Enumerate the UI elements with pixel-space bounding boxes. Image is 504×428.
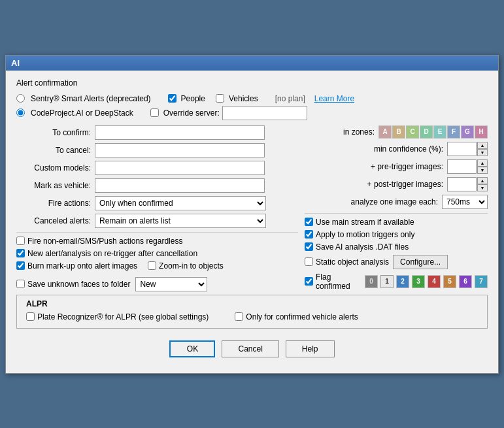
zone-g[interactable]: G (461, 125, 474, 139)
flag-6[interactable]: 6 (459, 275, 472, 288)
zoom-in-checkbox[interactable] (148, 261, 156, 270)
flag-0[interactable]: 0 (365, 275, 378, 288)
mark-as-vehicle-label: Mark as vehicle: (16, 181, 95, 190)
configure-button[interactable]: Configure... (393, 255, 448, 269)
no-plan: [no plan] (275, 94, 305, 103)
fire-actions-select[interactable]: Only when confirmed (95, 196, 266, 210)
burn-markup-row: Burn mark-up onto alert images (16, 261, 137, 271)
zone-f[interactable]: F (447, 125, 460, 139)
post-trigger-up[interactable]: ▲ (477, 177, 488, 184)
save-dat-checkbox[interactable] (305, 242, 313, 251)
flags-container: 0 1 2 3 4 5 6 7 (365, 275, 488, 288)
override-input[interactable]: 127.0.0.1:82 (222, 106, 307, 120)
post-trigger-spinner[interactable]: ▲ ▼ (477, 177, 488, 191)
custom-models-label: Custom models: (16, 163, 95, 173)
to-cancel-input[interactable] (95, 143, 265, 157)
ok-button[interactable]: OK (169, 340, 215, 357)
new-alert-label: New alert/analysis on re-trigger after c… (27, 249, 197, 258)
zone-h[interactable]: H (475, 125, 488, 139)
zone-e[interactable]: E (433, 125, 446, 139)
zone-d[interactable]: D (420, 125, 433, 139)
zones-container: A B C D E F G H (378, 125, 488, 139)
people-label: People (181, 94, 205, 103)
pre-trigger-input[interactable]: 1 (447, 159, 477, 174)
flag-5[interactable]: 5 (443, 275, 456, 288)
use-main-stream-label: Use main stream if available (316, 218, 414, 227)
to-confirm-input[interactable]: person,car,truck,bus,bicycle (95, 125, 265, 140)
min-confidence-spinner[interactable]: ▲ ▼ (477, 142, 488, 156)
save-unknown-label: Save unknown faces to folder (27, 280, 130, 289)
window-title: AI (11, 58, 20, 68)
pre-trigger-label: + pre-trigger images: (371, 162, 443, 171)
post-trigger-label: + post-trigger images: (367, 180, 443, 189)
min-confidence-down[interactable]: ▼ (477, 149, 488, 156)
zoom-in-label: Zoom-in to objects (159, 261, 224, 271)
help-button[interactable]: Help (286, 340, 335, 357)
fire-non-email-label: Fire non-email/SMS/Push actions regardle… (27, 237, 182, 246)
new-alert-row: New alert/analysis on re-trigger after c… (16, 249, 298, 258)
min-confidence-label: min confidence (%): (374, 144, 443, 154)
zoom-in-row: Zoom-in to objects (148, 261, 224, 271)
pre-trigger-spinner[interactable]: ▲ ▼ (477, 159, 488, 174)
only-confirmed-vehicle-checkbox[interactable] (235, 312, 243, 321)
to-confirm-label: To confirm: (16, 128, 95, 137)
override-label: Override server: (163, 108, 220, 118)
plate-recognizer-label: Plate Recognizer® for ALPR (see global s… (37, 312, 209, 321)
title-bar: AI (6, 56, 498, 71)
codeproject-label: CodeProject.AI or DeepStack (31, 108, 133, 118)
vehicles-label: Vehicles (229, 94, 258, 103)
save-folder-select[interactable]: New (135, 277, 207, 291)
burn-markup-label: Burn mark-up onto alert images (27, 261, 137, 271)
post-trigger-input[interactable]: 10 (447, 177, 477, 191)
flag-2[interactable]: 2 (396, 275, 409, 288)
fire-non-email-row: Fire non-email/SMS/Push actions regardle… (16, 237, 298, 246)
flag-confirmed-label: Flag confirmed (316, 272, 361, 291)
burn-markup-checkbox[interactable] (16, 261, 25, 270)
static-object-checkbox[interactable] (305, 257, 313, 266)
canceled-alerts-select[interactable]: Remain on alerts list (95, 214, 266, 228)
post-trigger-down[interactable]: ▼ (477, 184, 488, 191)
fire-actions-label: Fire actions: (16, 199, 95, 208)
canceled-alerts-label: Canceled alerts: (16, 216, 95, 225)
alpr-title: ALPR (26, 299, 478, 308)
new-alert-checkbox[interactable] (16, 249, 25, 257)
flag-7[interactable]: 7 (475, 275, 488, 288)
flag-3[interactable]: 3 (412, 275, 425, 288)
zone-c[interactable]: C (406, 125, 419, 139)
flag-1[interactable]: 1 (380, 275, 394, 288)
section-label: Alert confirmation (16, 78, 488, 88)
main-window: AI Alert confirmation Sentry® Smart Aler… (5, 55, 499, 374)
use-main-stream-checkbox[interactable] (305, 218, 313, 226)
pre-trigger-up[interactable]: ▲ (477, 159, 488, 167)
pre-trigger-down[interactable]: ▼ (477, 167, 488, 174)
apply-motion-label: Apply to motion triggers only (316, 230, 414, 239)
zone-a[interactable]: A (378, 125, 392, 139)
in-zones-label: in zones: (343, 127, 375, 137)
sentry-radio[interactable] (16, 94, 25, 103)
min-confidence-up[interactable]: ▲ (477, 142, 488, 149)
fire-non-email-checkbox[interactable] (16, 237, 25, 245)
min-confidence-input[interactable]: 50 (447, 142, 477, 156)
mark-as-vehicle-input[interactable]: car,truck,bus,vehicle (95, 178, 265, 193)
codeproject-radio[interactable] (16, 108, 25, 117)
people-checkbox[interactable] (168, 94, 176, 103)
vehicles-checkbox[interactable] (216, 94, 224, 103)
to-cancel-label: To cancel: (16, 146, 95, 155)
custom-models-input[interactable] (95, 161, 265, 175)
cancel-button[interactable]: Cancel (222, 340, 278, 357)
flag-4[interactable]: 4 (428, 275, 441, 288)
alpr-section: ALPR Plate Recognizer® for ALPR (see glo… (16, 295, 488, 329)
footer: OK Cancel Help (16, 335, 488, 365)
analyze-label: analyze one image each: (351, 197, 438, 206)
sentry-label: Sentry® Smart Alerts (deprecated) (31, 94, 151, 103)
zone-b[interactable]: B (392, 125, 405, 139)
analyze-select[interactable]: 750ms (442, 195, 488, 209)
override-checkbox[interactable] (150, 108, 159, 117)
learn-more-link[interactable]: Learn More (314, 94, 354, 103)
apply-motion-checkbox[interactable] (305, 230, 313, 239)
plate-recognizer-checkbox[interactable] (26, 312, 35, 321)
save-unknown-checkbox[interactable] (16, 280, 25, 288)
flag-confirmed-checkbox[interactable] (305, 277, 313, 286)
save-dat-label: Save AI analysis .DAT files (316, 242, 409, 252)
only-confirmed-vehicle-label: Only for confirmed vehicle alerts (246, 312, 358, 321)
